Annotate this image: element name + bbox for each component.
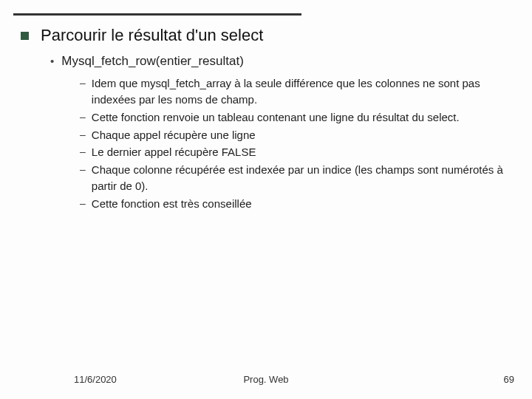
list-item: – Cette fonction renvoie un tableau cont… [80,109,511,126]
slide-subheading: Mysql_fetch_row(entier_resultat) [61,53,244,70]
disc-bullet-icon: • [50,53,54,69]
list-item-text: Chaque colonne récupérée est indexée par… [92,162,511,194]
list-item-text: Cette fonction est très conseillée [92,196,252,212]
top-rule [13,13,301,16]
detail-list: – Idem que mysql_fetch_array à la seule … [80,75,511,211]
list-item: – Le dernier appel récupère FALSE [80,144,511,160]
footer-page-number: 69 [504,374,514,385]
list-item: – Idem que mysql_fetch_array à la seule … [80,75,511,108]
list-item-text: Cette fonction renvoie un tableau conten… [92,109,460,126]
dash-bullet-icon: – [80,144,86,159]
list-item-text: Chaque appel récupère une ligne [92,127,256,143]
slide-heading: Parcourir le résultat d'un select [41,25,263,46]
square-bullet-icon [21,32,29,40]
slide-footer: 11/6/2020 Prog. Web 69 [0,374,532,389]
list-item-text: Idem que mysql_fetch_array à la seule di… [92,75,511,108]
list-item: – Cette fonction est très conseillée [80,196,511,212]
footer-title: Prog. Web [0,374,532,385]
list-item: – Chaque appel récupère une ligne [80,127,511,143]
list-item: – Chaque colonne récupérée est indexée p… [80,162,511,194]
dash-bullet-icon: – [80,75,86,90]
dash-bullet-icon: – [80,162,86,177]
dash-bullet-icon: – [80,127,86,142]
subheading-row: • Mysql_fetch_row(entier_resultat) [50,53,511,70]
list-item-text: Le dernier appel récupère FALSE [92,144,256,160]
heading-row: Parcourir le résultat d'un select [21,25,511,46]
dash-bullet-icon: – [80,196,86,211]
dash-bullet-icon: – [80,109,86,124]
slide: Parcourir le résultat d'un select • Mysq… [0,0,532,399]
slide-content: Parcourir le résultat d'un select • Mysq… [21,25,511,213]
